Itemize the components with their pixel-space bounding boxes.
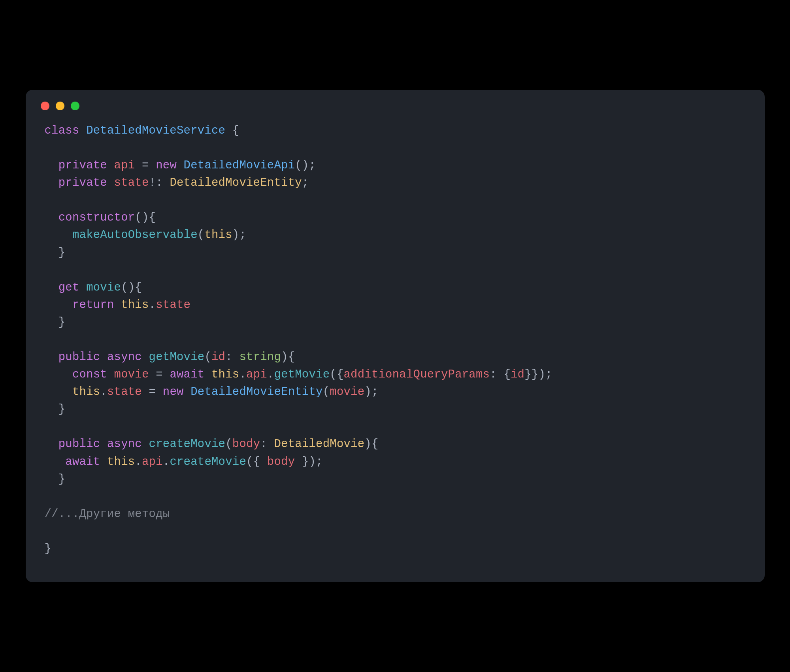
fn-createMovie: createMovie [170, 455, 246, 468]
comment-other-methods: //...Другие методы [45, 508, 170, 521]
keyword-private: private [58, 176, 107, 189]
keyword-await: await [170, 368, 204, 381]
arg-movie: movie [330, 385, 364, 398]
shorthand-body: body [267, 455, 295, 468]
call-end: ); [232, 228, 246, 242]
keyword-this: this [204, 228, 232, 242]
paren-open: ( [323, 385, 330, 398]
fn-makeAutoObservable: makeAutoObservable [72, 228, 198, 242]
brace-close: } [58, 473, 66, 486]
keyword-const: const [72, 368, 107, 381]
paren-open: ( [198, 228, 205, 242]
call-end: (); [295, 159, 316, 172]
sig-end: ){ [281, 351, 295, 364]
field-api: api [114, 159, 135, 172]
dot: . [239, 368, 246, 381]
semicolon: ; [302, 176, 309, 189]
ctor-DetailedMovieApi: DetailedMovieApi [184, 159, 295, 172]
keyword-new: new [156, 159, 177, 172]
equals: = [135, 159, 156, 172]
shorthand-id: id [511, 368, 524, 381]
args-end: }}); [524, 368, 552, 381]
close-icon[interactable] [41, 102, 49, 110]
method-getMovie: getMovie [149, 351, 205, 364]
minimize-icon[interactable] [56, 102, 64, 110]
code-block: class DetailedMovieService { private api… [26, 122, 765, 567]
args-open: ({ [246, 455, 267, 468]
param-body: body [232, 438, 260, 451]
keyword-get: get [58, 281, 79, 294]
prop-api: api [142, 455, 163, 468]
keyword-async: async [107, 438, 142, 451]
dot: . [267, 368, 274, 381]
args-end: }); [295, 455, 322, 468]
colon-brace: : { [490, 368, 511, 381]
dot: . [135, 455, 142, 468]
key-additionalQueryParams: additionalQueryParams [344, 368, 490, 381]
keyword-new: new [163, 385, 184, 398]
keyword-class: class [45, 124, 79, 137]
type-string: string [239, 351, 281, 364]
keyword-async: async [107, 351, 142, 364]
var-movie: movie [114, 368, 149, 381]
type-DetailedMovieEntity: DetailedMovieEntity [170, 176, 302, 189]
args-open: ({ [330, 368, 343, 381]
brace-close: } [58, 403, 66, 416]
keyword-private: private [58, 159, 107, 172]
window-titlebar [26, 90, 765, 122]
colon: : [225, 351, 239, 364]
param-id: id [211, 351, 225, 364]
keyword-public: public [58, 438, 100, 451]
keyword-return: return [72, 298, 114, 311]
colon: : [260, 438, 274, 451]
keyword-this: this [121, 298, 149, 311]
ctor-DetailedMovieEntity: DetailedMovieEntity [190, 385, 322, 398]
type-DetailedMovie: DetailedMovie [274, 438, 364, 451]
paren-open: ( [204, 351, 211, 364]
bang-colon: !: [149, 176, 170, 189]
paren-open: ( [225, 438, 232, 451]
brace-close: } [58, 246, 66, 259]
ctor-sig: (){ [135, 211, 156, 224]
zoom-icon[interactable] [71, 102, 79, 110]
equals: = [142, 385, 163, 398]
method-createMovie: createMovie [149, 438, 226, 451]
keyword-this: this [107, 455, 135, 468]
sig-end: ){ [364, 438, 378, 451]
field-state: state [114, 176, 149, 189]
dot: . [149, 298, 156, 311]
prop-state: state [156, 298, 190, 311]
code-window: class DetailedMovieService { private api… [26, 90, 765, 582]
getter-movie: movie [86, 281, 121, 294]
equals: = [149, 368, 170, 381]
dot: . [100, 385, 107, 398]
brace-close-class: } [45, 542, 52, 555]
keyword-constructor: constructor [58, 211, 135, 224]
dot: . [163, 455, 170, 468]
keyword-public: public [58, 351, 100, 364]
prop-state: state [107, 385, 142, 398]
brace-close: } [58, 316, 66, 329]
keyword-this: this [72, 385, 100, 398]
class-name: DetailedMovieService [86, 124, 225, 137]
brace-open: { [225, 124, 239, 137]
page-background: class DetailedMovieService { private api… [0, 0, 790, 672]
keyword-await: await [65, 455, 100, 468]
getter-sig: (){ [121, 281, 142, 294]
call-end: ); [364, 385, 378, 398]
prop-api: api [246, 368, 267, 381]
keyword-this: this [211, 368, 239, 381]
fn-getMovie: getMovie [274, 368, 330, 381]
